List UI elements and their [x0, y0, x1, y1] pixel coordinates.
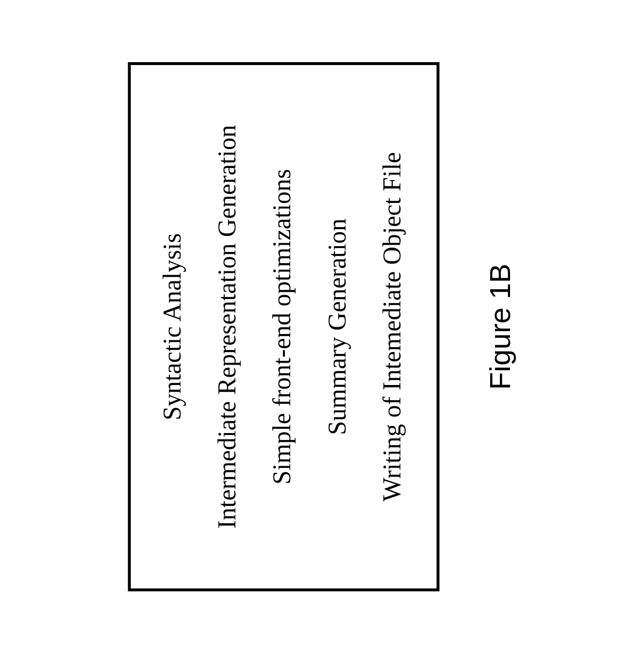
- process-step: Syntactic Analysis: [158, 233, 185, 420]
- figure-content: Syntactic Analysis Intermediate Represen…: [128, 35, 516, 618]
- process-step: Intermediate Representation Generation: [213, 125, 240, 529]
- process-step: Simple front-end optimizations: [267, 169, 295, 485]
- process-box: Syntactic Analysis Intermediate Represen…: [128, 62, 439, 591]
- rotated-content: Syntactic Analysis Intermediate Represen…: [128, 35, 516, 618]
- process-step: Writing of Intemediate Object File: [378, 152, 405, 502]
- figure-stage: Syntactic Analysis Intermediate Represen…: [0, 0, 644, 653]
- process-step: Summary Generation: [323, 218, 350, 435]
- figure-caption: Figure 1B: [483, 263, 516, 389]
